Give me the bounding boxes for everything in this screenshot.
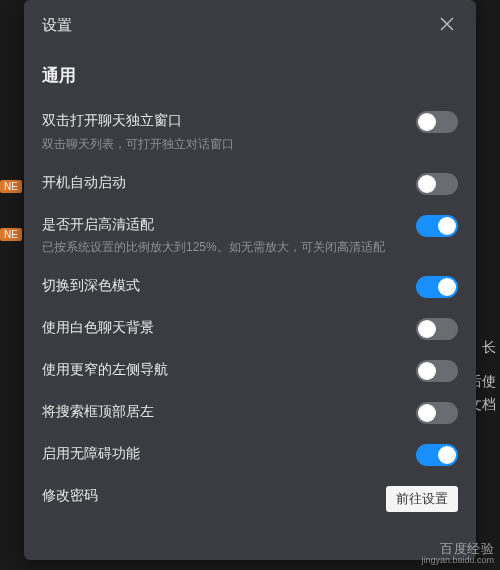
setting-row: 使用更窄的左侧导航 [42,350,458,392]
toggle-switch[interactable] [416,444,458,466]
setting-row: 将搜索框顶部居左 [42,392,458,434]
setting-row-left: 切换到深色模式 [42,276,416,296]
setting-row-left: 启用无障碍功能 [42,444,416,464]
setting-row: 启用无障碍功能 [42,434,458,476]
close-icon[interactable] [436,14,458,36]
toggle-knob [438,446,456,464]
toggle-knob [418,113,436,131]
behind-badge-2: NE [0,228,22,241]
toggle-knob [418,404,436,422]
toggle-knob [418,362,436,380]
setting-label: 开机自动启动 [42,173,404,193]
setting-row-left: 开机自动启动 [42,173,416,193]
toggle-switch[interactable] [416,402,458,424]
modal-title: 设置 [42,16,72,35]
behind-text-1: 长 [482,338,496,358]
toggle-switch[interactable] [416,111,458,133]
setting-row: 双击打开聊天独立窗口双击聊天列表，可打开独立对话窗口 [42,101,458,163]
setting-label: 启用无障碍功能 [42,444,404,464]
setting-row: 是否开启高清适配已按系统设置的比例放大到125%。如无需放大，可关闭高清适配 [42,205,458,267]
setting-label: 将搜索框顶部居左 [42,402,404,422]
toggle-knob [418,175,436,193]
setting-row: 修改密码前往设置 [42,476,458,522]
setting-row-left: 使用更窄的左侧导航 [42,360,416,380]
toggle-switch[interactable] [416,215,458,237]
setting-label: 使用白色聊天背景 [42,318,404,338]
setting-label: 使用更窄的左侧导航 [42,360,404,380]
toggle-knob [438,278,456,296]
toggle-switch[interactable] [416,276,458,298]
setting-desc: 已按系统设置的比例放大到125%。如无需放大，可关闭高清适配 [42,238,404,256]
toggle-switch[interactable] [416,318,458,340]
setting-label: 双击打开聊天独立窗口 [42,111,404,131]
setting-row: 开机自动启动 [42,163,458,205]
toggle-switch[interactable] [416,360,458,382]
setting-row: 切换到深色模式 [42,266,458,308]
setting-row-left: 双击打开聊天独立窗口双击聊天列表，可打开独立对话窗口 [42,111,416,153]
settings-modal: 设置 通用 双击打开聊天独立窗口双击聊天列表，可打开独立对话窗口开机自动启动是否… [24,0,476,560]
toggle-knob [438,217,456,235]
setting-label: 修改密码 [42,486,374,506]
section-title-general: 通用 [42,64,458,87]
setting-row-left: 修改密码 [42,486,386,506]
setting-desc: 双击聊天列表，可打开独立对话窗口 [42,135,404,153]
behind-badge-1: NE [0,180,22,193]
setting-row-left: 是否开启高清适配已按系统设置的比例放大到125%。如无需放大，可关闭高清适配 [42,215,416,257]
setting-label: 是否开启高清适配 [42,215,404,235]
settings-scroll-area[interactable]: 通用 双击打开聊天独立窗口双击聊天列表，可打开独立对话窗口开机自动启动是否开启高… [24,46,476,560]
toggle-knob [418,320,436,338]
setting-label: 切换到深色模式 [42,276,404,296]
setting-row-left: 使用白色聊天背景 [42,318,416,338]
modal-header: 设置 [24,0,476,46]
setting-row: 使用白色聊天背景 [42,308,458,350]
toggle-switch[interactable] [416,173,458,195]
setting-row-left: 将搜索框顶部居左 [42,402,416,422]
goto-settings-button[interactable]: 前往设置 [386,486,458,512]
